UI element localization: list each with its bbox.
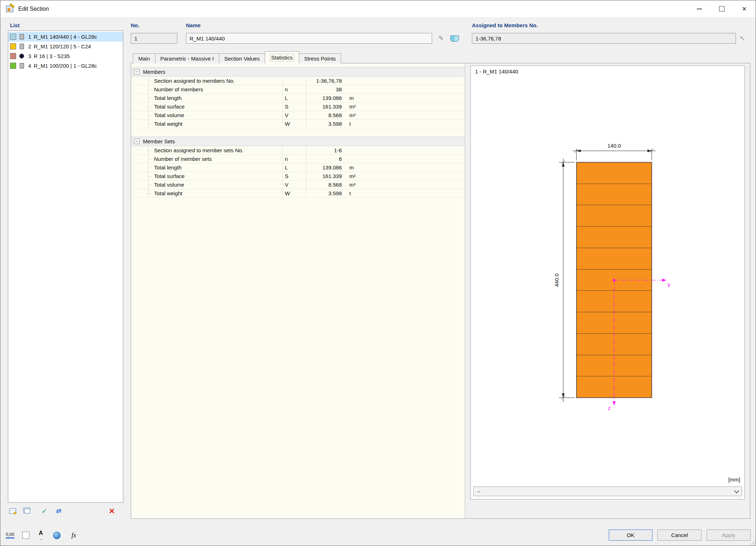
units-icon: A bbox=[39, 530, 43, 536]
stat-symbol bbox=[282, 146, 306, 154]
delete-section-button[interactable]: × bbox=[106, 506, 118, 516]
dimension-width bbox=[573, 149, 656, 161]
pick-members-button[interactable]: ↖ bbox=[737, 33, 748, 44]
axis-y-label: y bbox=[668, 281, 670, 287]
window-title: Edit Section bbox=[18, 6, 49, 12]
section-number-field[interactable]: 1 bbox=[131, 33, 177, 44]
swap-arrows-icon: ⇄ bbox=[56, 507, 61, 515]
resize-grip[interactable] bbox=[750, 540, 755, 545]
tab-strip: Main Parametric - Massive I Section Valu… bbox=[133, 52, 341, 63]
statistics-table: − Members Section assigned to members No… bbox=[131, 63, 465, 518]
formula-button[interactable]: fx bbox=[67, 529, 81, 541]
new-section-button[interactable]: ★ bbox=[7, 506, 18, 516]
table-row: Total volume V 8.568 m³ bbox=[131, 111, 465, 120]
edit-section-dialog: Edit Section × List No. Name Assigned to… bbox=[0, 0, 756, 546]
group-header-member-sets: − Member Sets bbox=[131, 136, 465, 146]
stat-label: Total weight bbox=[148, 190, 282, 196]
table-row: Total weight W 3.598 t bbox=[131, 120, 465, 128]
list-item-4[interactable]: 4 R_M1 100/200 | 1 - GL28c bbox=[8, 61, 123, 71]
material-color-swatch bbox=[10, 63, 16, 69]
renumber-sections-button[interactable]: ⇄ bbox=[53, 506, 64, 516]
list-item-number: 4 bbox=[27, 63, 31, 69]
table-row: Total surface S 161.339 m² bbox=[131, 172, 465, 181]
tab-section-values[interactable]: Section Values bbox=[219, 53, 265, 63]
list-item-number: 1 bbox=[27, 34, 31, 40]
stat-value: 3.598 bbox=[306, 190, 343, 196]
tab-parametric[interactable]: Parametric - Massive I bbox=[155, 53, 219, 63]
stat-label: Total surface bbox=[148, 173, 282, 179]
stat-value: 1-6 bbox=[306, 147, 343, 153]
color-swatch-icon bbox=[22, 532, 29, 539]
section-name-field[interactable]: R_M1 140/440 bbox=[186, 33, 432, 44]
assigned-members-field[interactable]: 1-36,76,78 bbox=[472, 33, 736, 44]
stat-unit: m bbox=[346, 95, 465, 101]
tab-statistics[interactable]: Statistics bbox=[265, 51, 299, 63]
stat-unit: m² bbox=[346, 104, 465, 110]
assigned-label: Assigned to Members No. bbox=[472, 22, 538, 28]
stat-value: 3.598 bbox=[306, 121, 343, 127]
stat-label: Number of member sets bbox=[148, 156, 282, 162]
ok-button[interactable]: OK bbox=[609, 530, 652, 541]
list-item-label: R_M1 100/200 | 1 - GL28c bbox=[34, 63, 97, 69]
stat-value: 139.086 bbox=[306, 164, 343, 171]
section-shape-icon bbox=[19, 53, 25, 59]
group-header-members: − Members bbox=[131, 67, 465, 77]
section-shape-icon bbox=[19, 63, 25, 69]
stat-label: Total volume bbox=[148, 112, 282, 118]
delete-x-icon: × bbox=[109, 506, 114, 516]
stat-value: 139.086 bbox=[306, 95, 343, 101]
maximize-icon bbox=[719, 6, 724, 11]
chevron-down-icon bbox=[734, 488, 739, 493]
edit-name-button[interactable]: ✎ bbox=[435, 33, 447, 44]
stat-symbol: L bbox=[282, 163, 306, 172]
axis-z-label: z bbox=[608, 405, 611, 411]
list-item-1[interactable]: 1 R_M1 140/440 | 4 - GL28c bbox=[8, 32, 123, 42]
cancel-button[interactable]: Cancel bbox=[657, 530, 702, 541]
apply-button[interactable]: Apply bbox=[707, 530, 751, 541]
stat-value: 161.339 bbox=[306, 173, 343, 179]
color-scheme-button[interactable] bbox=[19, 529, 33, 541]
stat-label: Total weight bbox=[148, 121, 282, 127]
section-library-button[interactable] bbox=[449, 33, 461, 44]
stat-symbol: n bbox=[282, 155, 306, 163]
decimal-places-button[interactable]: 0,00 bbox=[3, 529, 17, 541]
preview-combobox[interactable]: -- bbox=[473, 487, 742, 496]
table-row: Section assigned to members No. 1-36,76,… bbox=[131, 77, 465, 85]
list-item-3[interactable]: 3 R 16 | 3 - S235 bbox=[8, 51, 123, 61]
stat-label: Total length bbox=[148, 164, 282, 171]
stat-label: Number of members bbox=[148, 86, 282, 92]
maximize-button[interactable] bbox=[710, 0, 733, 17]
table-row: Section assigned to member sets No. 1-6 bbox=[131, 146, 465, 155]
stat-value: 38 bbox=[306, 86, 343, 92]
fx-icon: fx bbox=[72, 532, 76, 539]
stat-unit: m² bbox=[346, 173, 465, 179]
stat-unit: t bbox=[346, 121, 465, 127]
copy-icon-back bbox=[24, 509, 30, 513]
list-item-2[interactable]: 2 R_M1 120/120 | 5 - C24 bbox=[8, 42, 123, 51]
pencil-icon: ✎ bbox=[438, 34, 444, 42]
stat-symbol bbox=[282, 77, 306, 85]
table-row: Total weight W 3.598 t bbox=[131, 189, 465, 198]
units-settings-button[interactable]: A ↔ bbox=[34, 529, 48, 541]
rendering-button[interactable] bbox=[50, 529, 63, 541]
copy-section-button[interactable] bbox=[21, 506, 33, 516]
close-button[interactable]: × bbox=[733, 0, 756, 17]
stat-value: 8.568 bbox=[306, 182, 343, 188]
name-label: Name bbox=[186, 22, 201, 28]
tab-main[interactable]: Main bbox=[133, 53, 155, 63]
stat-symbol: V bbox=[282, 181, 306, 189]
stat-symbol: n bbox=[282, 85, 306, 94]
check-sections-button[interactable]: ✓ bbox=[39, 506, 50, 516]
decimals-icon: 0,00 bbox=[6, 532, 14, 537]
collapse-toggle[interactable]: − bbox=[134, 69, 139, 75]
section-drawing: 140.0 440.0 bbox=[471, 66, 745, 499]
stat-value: 6 bbox=[306, 156, 343, 162]
stat-unit: m bbox=[346, 164, 465, 171]
section-shape-icon bbox=[19, 34, 25, 40]
combo-value: -- bbox=[477, 488, 480, 494]
pick-arrow-icon: ↖ bbox=[740, 34, 745, 43]
table-row: Total length L 139.086 m bbox=[131, 94, 465, 102]
collapse-toggle[interactable]: − bbox=[134, 139, 139, 144]
minimize-button[interactable] bbox=[688, 0, 710, 17]
tab-stress-points[interactable]: Stress Points bbox=[299, 53, 341, 63]
